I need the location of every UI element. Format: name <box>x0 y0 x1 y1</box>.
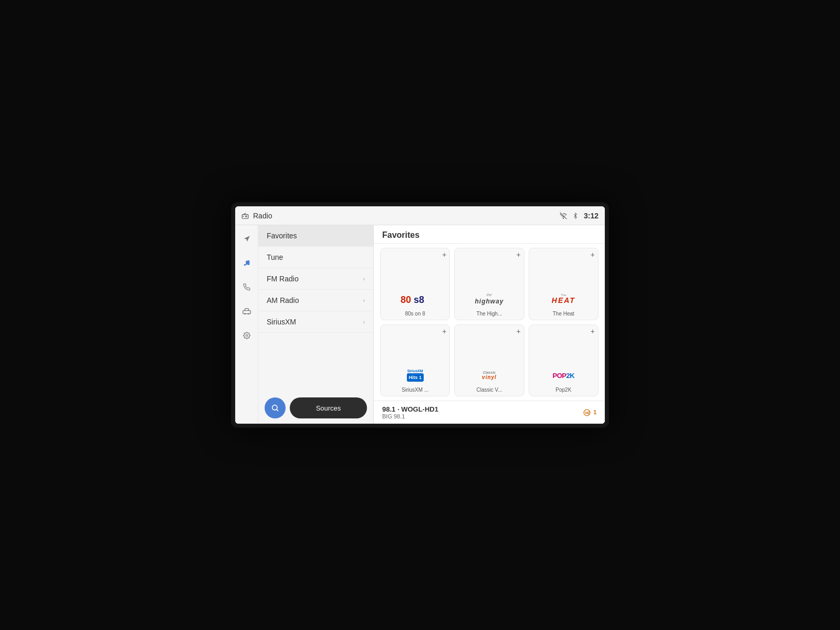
siriusxm-chevron: › <box>363 319 365 325</box>
bottom-controls: Sources <box>258 392 373 424</box>
logo-classic-vinyl: Classic vinyl <box>474 366 505 385</box>
am-radio-chevron: › <box>363 298 365 303</box>
logo-sirius: SiriusXM Hits 1 <box>400 366 431 385</box>
now-playing-name: BIG 98.1 <box>382 413 438 419</box>
80s-on-8-logo: 80 s8 <box>400 291 430 307</box>
now-playing-station: 98.1 · WOGL-HD1 <box>382 405 438 413</box>
menu-item-tune[interactable]: Tune <box>258 247 373 268</box>
phone-icon[interactable] <box>239 280 254 295</box>
hd-badge: HD 1 <box>582 409 596 416</box>
settings-icon[interactable] <box>239 328 254 343</box>
svg-text:HD: HD <box>585 411 591 415</box>
clock: 3:12 <box>584 212 598 220</box>
card-name-sirius: SiriusXM ... <box>402 387 428 393</box>
menu-item-fm-radio[interactable]: FM Radio › <box>258 268 373 290</box>
music-icon[interactable] <box>239 256 254 270</box>
svg-point-6 <box>244 264 246 266</box>
menu-item-favorites[interactable]: Favorites <box>258 225 373 247</box>
favorites-header: Favorites <box>374 225 605 244</box>
svg-point-1 <box>246 216 247 217</box>
add-highway-btn[interactable]: + <box>516 250 520 259</box>
card-name-80s: 80s on 8 <box>405 311 425 317</box>
radio-icon <box>242 212 249 219</box>
bluetooth-icon <box>572 212 579 219</box>
svg-marker-5 <box>244 236 249 242</box>
screen-bezel: Radio 3:12 <box>231 202 609 428</box>
car-icon[interactable] <box>239 304 254 319</box>
svg-point-12 <box>272 405 277 410</box>
svg-line-13 <box>277 410 278 411</box>
page-title: Radio <box>253 212 272 220</box>
svg-text:s8: s8 <box>414 295 424 305</box>
card-name-highway: The High... <box>477 311 502 317</box>
svg-text:80: 80 <box>401 295 411 305</box>
card-name-classic: Classic V... <box>476 387 502 393</box>
search-button[interactable] <box>265 397 286 418</box>
logo-highway: the highway <box>474 290 505 309</box>
logo-80s: 80 s8 <box>400 290 431 309</box>
favorite-card-classic-vinyl[interactable]: + Classic vinyl Classic V... <box>454 324 524 397</box>
favorite-card-sirius[interactable]: + SiriusXM Hits 1 SiriusXM ... <box>380 324 450 397</box>
fm-radio-chevron: › <box>363 276 365 282</box>
navigation-icon[interactable] <box>239 232 254 246</box>
menu-item-am-radio[interactable]: AM Radio › <box>258 290 373 311</box>
card-name-heat: The Heat <box>553 311 574 317</box>
favorite-card-80s-on-8[interactable]: + 80 s8 80s on 8 <box>380 248 450 320</box>
status-area: 3:12 <box>560 212 598 220</box>
svg-point-9 <box>244 313 246 314</box>
search-icon <box>271 404 279 412</box>
screen: Radio 3:12 <box>235 206 605 424</box>
add-heat-btn[interactable]: + <box>591 250 595 259</box>
svg-point-4 <box>563 218 563 218</box>
add-classic-btn[interactable]: + <box>516 327 520 335</box>
favorite-card-highway[interactable]: + the highway The High... <box>454 248 524 320</box>
sidebar-icons <box>235 225 258 424</box>
svg-rect-8 <box>243 311 250 314</box>
right-content: Favorites + 80 s8 80s on 8 <box>374 225 605 424</box>
hd-number: 1 <box>593 410 596 415</box>
now-playing-info: 98.1 · WOGL-HD1 BIG 98.1 <box>382 405 438 419</box>
favorite-card-pop2k[interactable]: + POP2K Pop2K <box>529 324 598 397</box>
main-content: Favorites Tune FM Radio › AM Radio › Sir <box>235 225 605 424</box>
add-sirius-btn[interactable]: + <box>442 327 446 335</box>
left-menu: Favorites Tune FM Radio › AM Radio › Sir <box>258 225 374 424</box>
svg-point-11 <box>246 334 248 337</box>
logo-pop2k: POP2K <box>548 366 579 385</box>
svg-point-10 <box>248 313 249 314</box>
card-name-pop2k: Pop2K <box>555 387 571 393</box>
sources-button[interactable]: Sources <box>290 397 367 418</box>
logo-heat: The HEAT <box>548 290 579 309</box>
add-80s-btn[interactable]: + <box>442 250 446 259</box>
favorites-grid: + 80 s8 80s on 8 + <box>374 244 605 401</box>
now-playing-bar: 98.1 · WOGL-HD1 BIG 98.1 HD 1 <box>374 401 605 424</box>
menu-item-siriusxm[interactable]: SiriusXM › <box>258 311 373 333</box>
menu-items-list: Favorites Tune FM Radio › AM Radio › Sir <box>258 225 373 392</box>
top-bar: Radio 3:12 <box>235 206 605 225</box>
top-bar-left: Radio <box>242 212 560 220</box>
hd-icon: HD <box>582 409 592 416</box>
favorite-card-heat[interactable]: + The HEAT The Heat <box>529 248 598 320</box>
no-signal-icon <box>560 212 567 219</box>
svg-point-7 <box>247 264 249 266</box>
add-pop2k-btn[interactable]: + <box>591 327 595 335</box>
